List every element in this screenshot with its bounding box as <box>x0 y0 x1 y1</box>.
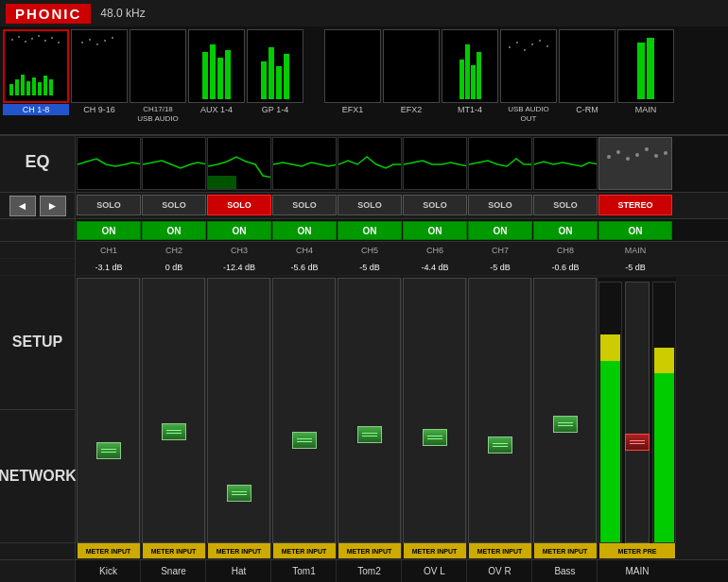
eq-ch1-curve <box>78 138 141 190</box>
meter-input-label-ch3[interactable]: METER INPUT <box>208 543 270 558</box>
svg-point-18 <box>96 43 98 45</box>
eq-ch1[interactable] <box>77 137 141 190</box>
on-ch8[interactable]: ON <box>533 221 598 240</box>
on-ch7[interactable]: ON <box>468 221 532 240</box>
tab-label-ch1-8[interactable]: CH 1-8 <box>3 104 69 115</box>
bottom-name-ch5: Tom2 <box>338 560 402 582</box>
on-main[interactable]: ON <box>598 221 672 240</box>
svg-point-16 <box>81 42 83 43</box>
fader-knob-main[interactable] <box>625 434 650 451</box>
fader-ch3[interactable]: 1050-5-10-20-40 METER INPUT <box>207 278 271 558</box>
fader-ch1[interactable]: 1050-5-10-20-40 METER INPUT <box>77 278 141 558</box>
tab-ch17-18[interactable]: CH17/18USB AUDIO <box>130 29 186 124</box>
solo-ch8[interactable]: SOLO <box>533 195 598 215</box>
on-ch1[interactable]: ON <box>77 221 141 240</box>
solo-ch5[interactable]: SOLO <box>338 195 402 215</box>
svg-point-22 <box>516 42 518 43</box>
svg-rect-0 <box>9 84 13 95</box>
solo-ch7[interactable]: SOLO <box>468 195 532 215</box>
eq-ch5[interactable] <box>338 137 402 190</box>
on-ch3[interactable]: ON <box>207 221 271 240</box>
tab-label-c-rm[interactable]: C-RM <box>559 104 615 115</box>
tab-usb-audio-out[interactable]: USB AUDIOOUT <box>500 29 557 124</box>
meter-input-label-ch4[interactable]: METER INPUT <box>273 543 336 558</box>
eq-ch6[interactable] <box>403 137 467 190</box>
eq-ch3[interactable] <box>207 137 271 190</box>
tab-c-rm[interactable]: C-RM <box>559 29 615 115</box>
tab-efx1[interactable]: EFX1 <box>324 29 381 115</box>
fader-knob-ch1[interactable] <box>96 442 121 459</box>
fader-knob-ch8[interactable] <box>553 416 578 433</box>
svg-point-26 <box>546 45 548 47</box>
fader-ch5[interactable]: 1050-5-10-20-40 METER INPUT <box>338 278 402 558</box>
tab-efx2[interactable]: EFX2 <box>383 29 440 115</box>
meter-input-label-ch8[interactable]: METER INPUT <box>534 543 597 558</box>
svg-point-10 <box>25 41 26 43</box>
tab-ch1-8[interactable]: CH 1-8 <box>3 29 69 115</box>
fader-main[interactable]: 1050-5-10-20-40 <box>598 278 676 558</box>
prev-button[interactable]: ◄ <box>9 196 36 216</box>
fader-ch8[interactable]: 1050-5-10-20-40 METER INPUT <box>533 278 598 558</box>
bottom-name-main: MAIN <box>598 560 676 582</box>
solo-ch6[interactable]: SOLO <box>403 195 467 215</box>
tab-label-ch17-18[interactable]: CH17/18USB AUDIO <box>130 104 186 124</box>
fader-knob-ch4[interactable] <box>292 432 317 449</box>
meter-input-label-ch2[interactable]: METER INPUT <box>143 543 205 558</box>
fader-ch6[interactable]: 1050-5-10-20-40 METER INPUT <box>403 278 467 558</box>
on-ch4[interactable]: ON <box>272 221 337 240</box>
tab-gp1-4[interactable]: GP 1-4 <box>247 29 303 115</box>
fader-knob-ch3[interactable] <box>227 485 251 502</box>
eq-ch7[interactable] <box>468 137 532 190</box>
solo-main[interactable]: STEREO <box>598 195 672 215</box>
tab-label-main[interactable]: MAIN <box>617 104 674 115</box>
solo-row: SOLO SOLO SOLO SOLO SOLO SOLO SOLO SOLO … <box>76 193 728 219</box>
tab-aux1-4[interactable]: AUX 1-4 <box>188 29 245 115</box>
eq-section: EQ <box>0 136 75 193</box>
tab-label-aux1-4[interactable]: AUX 1-4 <box>188 104 245 115</box>
solo-ch4[interactable]: SOLO <box>272 195 337 215</box>
fader-knob-ch5[interactable] <box>357 426 382 443</box>
meter-input-label-ch5[interactable]: METER INPUT <box>338 543 401 558</box>
fader-knob-ch7[interactable] <box>488 436 512 454</box>
tab-ch9-16[interactable]: CH 9-16 <box>71 29 128 115</box>
eq-ch2[interactable] <box>142 137 206 190</box>
fader-ch2[interactable]: 1050-5-10-20-40 METER INPUT <box>142 278 206 558</box>
ch-name-main: MAIN <box>598 242 672 259</box>
tab-meter-main <box>617 29 674 103</box>
db-ch1: -3.1 dB <box>77 259 141 275</box>
tab-main[interactable]: MAIN <box>617 29 674 115</box>
tab-label-efx1[interactable]: EFX1 <box>324 104 381 115</box>
tab-label-ch9-16[interactable]: CH 9-16 <box>71 104 128 115</box>
tab-label-efx2[interactable]: EFX2 <box>383 104 440 115</box>
fader-knob-ch6[interactable] <box>423 429 447 446</box>
on-ch2[interactable]: ON <box>142 221 206 240</box>
bottom-name-ch4: Tom1 <box>272 560 337 582</box>
svg-rect-6 <box>43 76 47 95</box>
fader-ch4[interactable]: 1050-5-10-20-40 METER INPUT <box>272 278 337 558</box>
tab-label-usb[interactable]: USB AUDIOOUT <box>500 104 557 124</box>
next-button[interactable]: ► <box>40 196 66 216</box>
svg-point-25 <box>539 40 541 42</box>
solo-ch3[interactable]: SOLO <box>207 195 271 215</box>
meter-input-label-ch6[interactable]: METER INPUT <box>404 543 466 558</box>
tab-label-mt1-4[interactable]: MT1-4 <box>442 104 498 115</box>
svg-point-34 <box>664 151 667 155</box>
meter-pre-label-main[interactable]: METER PRE <box>599 543 675 558</box>
fader-ch7[interactable]: 1050-5-10-20-40 METER INPUT <box>468 278 532 558</box>
network-label[interactable]: NETWORK <box>0 410 75 543</box>
solo-ch1[interactable]: SOLO <box>77 195 141 215</box>
eq-main[interactable] <box>598 137 672 190</box>
fader-knob-ch2[interactable] <box>162 423 186 440</box>
eq-ch8[interactable] <box>533 137 598 190</box>
tab-mt1-4[interactable]: MT1-4 <box>442 29 498 115</box>
meter-input-label-ch1[interactable]: METER INPUT <box>78 543 140 558</box>
meter-input-label-ch7[interactable]: METER INPUT <box>469 543 531 558</box>
eq-ch4[interactable] <box>272 137 337 190</box>
setup-label[interactable]: SETUP <box>0 276 75 410</box>
on-ch6[interactable]: ON <box>403 221 467 240</box>
svg-point-29 <box>616 150 620 154</box>
solo-ch2[interactable]: SOLO <box>142 195 206 215</box>
sample-rate: 48.0 kHz <box>100 7 145 20</box>
tab-label-gp1-4[interactable]: GP 1-4 <box>247 104 303 115</box>
on-ch5[interactable]: ON <box>338 221 402 240</box>
